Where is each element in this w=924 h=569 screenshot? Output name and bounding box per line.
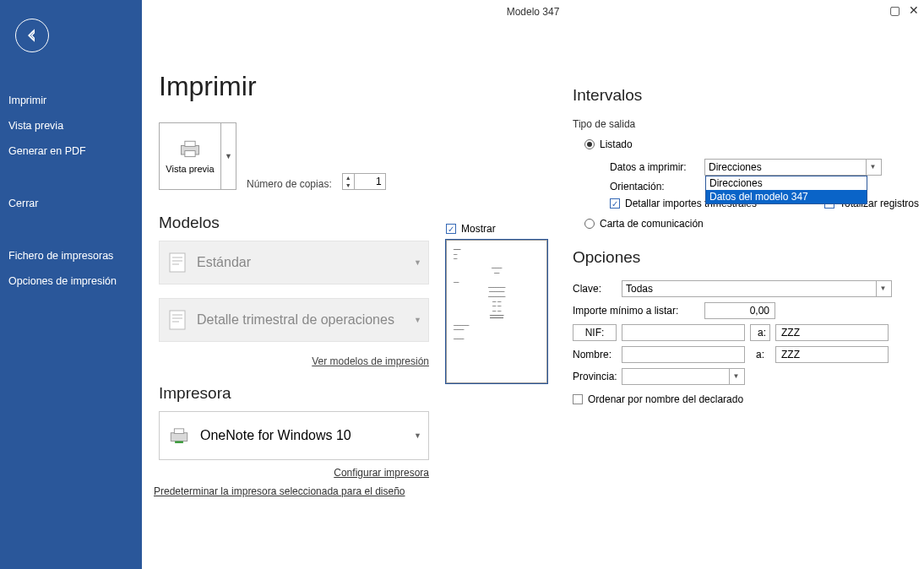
svg-rect-5 xyxy=(171,433,188,442)
svg-rect-3 xyxy=(170,253,185,272)
sidebar-item-generar-pdf[interactable]: Generar en PDF xyxy=(0,138,142,164)
sidebar-item-vista-previa[interactable]: Vista previa xyxy=(0,113,142,138)
nombre-label: Nombre: xyxy=(573,349,617,360)
page-title: Imprimir xyxy=(159,71,429,102)
provincia-select[interactable]: ▼ xyxy=(622,368,745,385)
svg-rect-4 xyxy=(170,311,185,329)
back-button[interactable] xyxy=(15,19,49,52)
clave-value: Todas xyxy=(626,283,653,295)
importe-input[interactable] xyxy=(704,302,775,319)
nombre-to-input[interactable] xyxy=(775,346,889,363)
ver-modelos-link[interactable]: Ver modelos de impresión xyxy=(159,355,429,367)
sidebar-item-imprimir[interactable]: Imprimir xyxy=(0,88,142,113)
model-detalle[interactable]: Detalle trimestral de operaciones ▼ xyxy=(159,298,429,342)
sidebar-item-fichero-impresoras[interactable]: Fichero de impresoras xyxy=(0,243,142,268)
tipo-salida-label: Tipo de salida xyxy=(573,118,919,130)
modelos-heading: Modelos xyxy=(159,214,429,232)
chevron-down-icon: ▼ xyxy=(876,281,889,296)
model-detalle-label: Detalle trimestral de operaciones xyxy=(197,312,394,328)
vista-previa-label: Vista previa xyxy=(166,164,214,174)
listado-label: Listado xyxy=(600,138,633,150)
document-icon xyxy=(168,252,188,274)
nombre-from-input[interactable] xyxy=(622,346,745,363)
svg-rect-2 xyxy=(185,151,195,157)
opciones-heading: Opciones xyxy=(573,248,919,267)
model-estandar-label: Estándar xyxy=(197,255,251,270)
impresora-heading: Impresora xyxy=(159,384,429,403)
copies-spinner[interactable]: ▲ ▼ xyxy=(342,173,386,190)
a-button[interactable]: a: xyxy=(750,324,770,341)
importe-label: Importe mínimo a listar: xyxy=(573,305,699,317)
ordenar-checkbox[interactable]: ✓ xyxy=(573,394,583,404)
printer-icon xyxy=(168,426,190,445)
detallar-checkbox[interactable]: ✓ xyxy=(610,198,620,209)
chevron-down-icon: ▼ xyxy=(414,258,421,267)
copies-label: Número de copias: xyxy=(247,178,332,190)
nif-button[interactable]: NIF: xyxy=(573,324,617,341)
page-preview: ━━━━ ━━━━ ━━━━━━ ━━━ ━━━ ━━━━━━━━━━ ━━━━… xyxy=(446,240,547,383)
chevron-down-icon: ▼ xyxy=(729,369,742,384)
vista-previa-button[interactable]: Vista previa ▼ xyxy=(159,122,236,190)
clave-label: Clave: xyxy=(573,283,617,295)
carta-radio[interactable] xyxy=(584,219,595,229)
chevron-down-icon: ▼ xyxy=(414,431,421,440)
sidebar-item-cerrar[interactable]: Cerrar xyxy=(0,191,142,216)
datos-imprimir-value: Direcciones xyxy=(709,161,762,173)
intervalos-heading: Intervalos xyxy=(573,86,919,105)
svg-rect-6 xyxy=(174,429,183,434)
arrow-left-icon xyxy=(24,28,40,43)
vista-previa-dropdown[interactable]: ▼ xyxy=(220,123,236,189)
close-icon[interactable]: ✕ xyxy=(909,3,919,17)
datos-imprimir-select[interactable]: Direcciones ▼ Direcciones Datos del mode… xyxy=(704,159,882,176)
sidebar-item-opciones-impresion[interactable]: Opciones de impresión xyxy=(0,268,142,294)
model-estandar[interactable]: Estándar ▼ xyxy=(159,241,429,284)
carta-label: Carta de comunicación xyxy=(600,218,704,230)
nif-to-input[interactable] xyxy=(775,324,889,341)
orientacion-label: Orientación: xyxy=(610,181,698,192)
printer-select[interactable]: OneNote for Windows 10 ▼ xyxy=(159,411,429,460)
sidebar: Imprimir Vista previa Generar en PDF Cer… xyxy=(0,0,142,569)
nif-from-input[interactable] xyxy=(622,324,745,341)
configurar-impresora-link[interactable]: Configurar impresora xyxy=(159,467,429,479)
svg-rect-7 xyxy=(175,442,183,443)
chevron-down-icon: ▼ xyxy=(414,316,421,324)
datos-imprimir-dropdown: Direcciones Datos del modelo 347 xyxy=(705,176,867,204)
provincia-label: Provincia: xyxy=(573,371,617,382)
dropdown-option-direcciones[interactable]: Direcciones xyxy=(706,176,867,190)
predeterminar-impresora-link[interactable]: Predeterminar la impresora seleccionada … xyxy=(154,485,429,497)
copies-up[interactable]: ▲ xyxy=(343,174,354,182)
copies-input[interactable] xyxy=(355,174,385,189)
datos-imprimir-label: Datos a imprimir: xyxy=(610,161,698,173)
copies-down[interactable]: ▼ xyxy=(343,182,354,189)
clave-select[interactable]: Todas ▼ xyxy=(622,280,892,297)
maximize-icon[interactable]: ▢ xyxy=(889,3,900,17)
a-label: a: xyxy=(750,349,770,360)
listado-radio[interactable] xyxy=(584,139,595,149)
svg-rect-1 xyxy=(185,141,195,146)
window-title: Modelo 347 xyxy=(507,6,560,18)
ordenar-label: Ordenar por nombre del declarado xyxy=(588,393,743,405)
dropdown-option-datos-modelo[interactable]: Datos del modelo 347 xyxy=(706,190,867,203)
mostrar-checkbox[interactable]: ✓ xyxy=(446,224,456,234)
printer-selected-label: OneNote for Windows 10 xyxy=(200,428,351,443)
mostrar-label: Mostrar xyxy=(461,223,496,235)
printer-icon xyxy=(178,138,202,159)
document-icon xyxy=(168,309,188,331)
chevron-down-icon: ▼ xyxy=(866,160,879,175)
